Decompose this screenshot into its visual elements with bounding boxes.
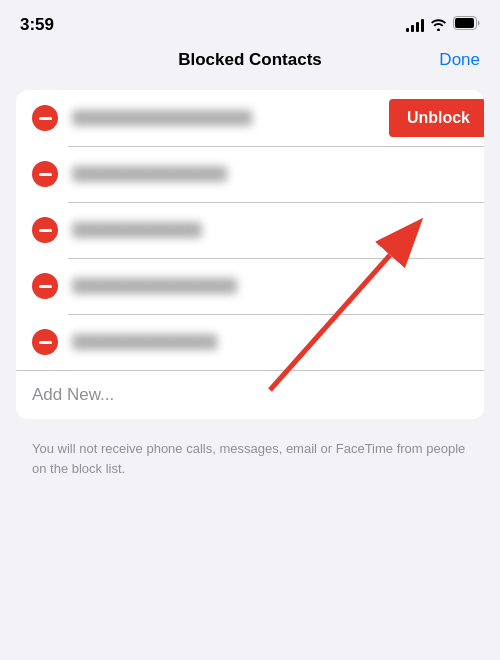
contact-name-blur	[72, 278, 237, 294]
remove-button[interactable]	[32, 217, 58, 243]
blocked-contacts-list: Unblock Add New...	[16, 90, 484, 419]
done-button[interactable]: Done	[439, 50, 480, 70]
add-new-row[interactable]: Add New...	[16, 370, 484, 419]
list-item	[16, 258, 484, 314]
content-area: Unblock Add New... You will not receiv	[0, 80, 500, 478]
battery-icon	[453, 16, 480, 34]
svg-rect-1	[455, 18, 474, 28]
wifi-icon	[430, 17, 447, 35]
remove-button[interactable]	[32, 105, 58, 131]
nav-bar: Blocked Contacts Done	[0, 44, 500, 80]
page-title: Blocked Contacts	[178, 50, 322, 70]
contact-name-blur	[72, 166, 227, 182]
list-item: Unblock	[16, 90, 484, 146]
list-item	[16, 314, 484, 370]
contact-name-blur	[72, 334, 217, 350]
unblock-button[interactable]: Unblock	[389, 99, 484, 137]
list-item	[16, 146, 484, 202]
contact-name-blur	[72, 110, 252, 126]
list-item	[16, 202, 484, 258]
remove-button[interactable]	[32, 161, 58, 187]
signal-icon	[406, 18, 424, 32]
status-time: 3:59	[20, 15, 54, 35]
add-new-label[interactable]: Add New...	[32, 385, 114, 405]
status-icons	[406, 16, 480, 35]
remove-button[interactable]	[32, 273, 58, 299]
status-bar: 3:59	[0, 0, 500, 44]
contact-name-blur	[72, 222, 202, 238]
remove-button[interactable]	[32, 329, 58, 355]
footer-note: You will not receive phone calls, messag…	[16, 429, 484, 478]
